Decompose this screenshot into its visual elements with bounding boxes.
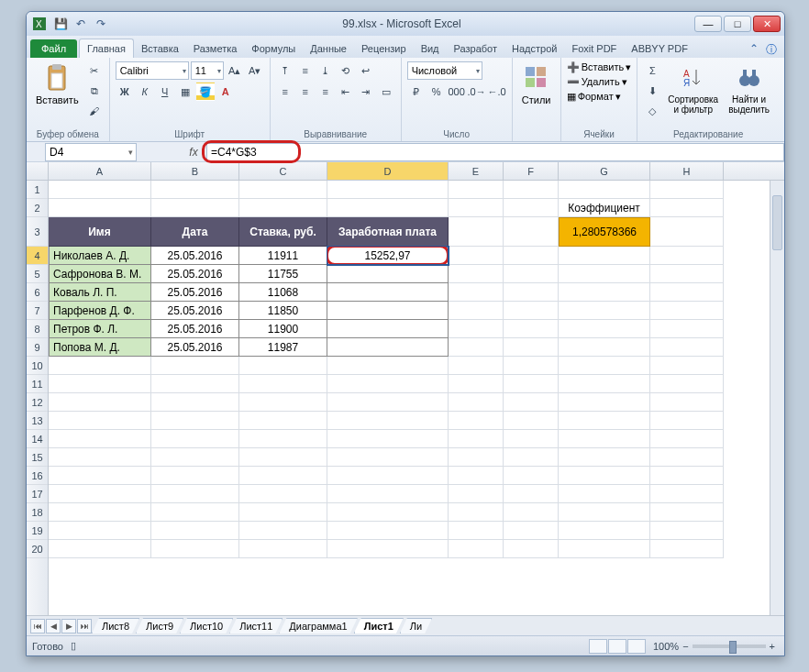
row-header[interactable]: 13 [27, 412, 48, 430]
styles-button[interactable]: Стили [518, 61, 555, 107]
col-header-h[interactable]: H [650, 162, 724, 180]
tab-review[interactable]: Рецензир [354, 39, 414, 58]
decrease-decimal-icon[interactable]: ←.0 [488, 83, 506, 101]
sheet-nav-prev-icon[interactable]: ◀ [46, 619, 61, 633]
cells-area[interactable]: Коэффициент Имя Дата Ставка, руб. Зарабо… [49, 181, 784, 615]
format-painter-icon[interactable]: 🖌 [85, 102, 104, 120]
italic-button[interactable]: К [136, 83, 154, 101]
cell-salary[interactable] [327, 320, 449, 338]
col-header-f[interactable]: F [504, 162, 559, 180]
formula-bar[interactable]: =C4*G$3 [206, 143, 784, 161]
sheet-tab[interactable]: Лист8 [92, 618, 139, 633]
cell-rate[interactable]: 11068 [239, 283, 327, 302]
tab-data[interactable]: Данные [303, 39, 354, 58]
font-color-icon[interactable]: A [216, 83, 235, 101]
border-icon[interactable]: ▦ [176, 83, 194, 101]
cell-date[interactable]: 25.05.2016 [151, 283, 239, 302]
percent-icon[interactable]: % [427, 83, 446, 101]
row-header[interactable]: 17 [27, 485, 48, 503]
tab-home[interactable]: Главная [79, 39, 134, 58]
cell-date[interactable]: 25.05.2016 [151, 338, 239, 357]
cell-name[interactable]: Сафронова В. М. [49, 265, 151, 283]
save-icon[interactable]: 💾 [52, 16, 69, 32]
col-header-c[interactable]: C [239, 162, 327, 180]
row-header[interactable]: 16 [27, 467, 48, 485]
comma-icon[interactable]: 000 [448, 83, 466, 101]
row-header[interactable]: 12 [27, 393, 48, 412]
sheet-tab[interactable]: Лист11 [229, 618, 283, 633]
cell-salary[interactable]: 15252,97 [327, 247, 449, 265]
wrap-text-icon[interactable]: ↩ [357, 61, 375, 80]
row-header[interactable]: 9 [27, 338, 48, 357]
delete-cells-button[interactable]: ➖Удалить ▾ [567, 76, 627, 88]
find-select-button[interactable]: Найти и выделить [725, 61, 773, 116]
paste-button[interactable]: Вставить [32, 61, 83, 107]
zoom-slider[interactable] [693, 644, 766, 648]
col-header-d[interactable]: D [327, 162, 449, 180]
align-left-icon[interactable]: ≡ [276, 83, 294, 101]
cell-name[interactable]: Петров Ф. Л. [49, 320, 151, 338]
clear-icon[interactable]: ◇ [643, 102, 661, 120]
zoom-in-icon[interactable]: + [770, 641, 775, 652]
insert-cells-button[interactable]: ➕Вставить ▾ [567, 61, 632, 73]
col-header-a[interactable]: A [49, 162, 151, 180]
coef-value-cell[interactable]: 1,280578366 [559, 217, 650, 247]
row-header[interactable]: 6 [27, 283, 48, 302]
row-header[interactable]: 2 [27, 199, 48, 217]
copy-icon[interactable]: ⧉ [85, 82, 104, 100]
close-button[interactable]: ✕ [753, 16, 781, 32]
row-header[interactable]: 7 [27, 302, 48, 320]
cell-salary[interactable] [327, 265, 449, 283]
row-header[interactable]: 15 [27, 448, 48, 467]
underline-button[interactable]: Ч [156, 83, 174, 101]
cell-date[interactable]: 25.05.2016 [151, 320, 239, 338]
header-name[interactable]: Имя [49, 217, 151, 247]
tab-abbyy[interactable]: ABBYY PDF [624, 39, 695, 58]
row-header[interactable]: 5 [27, 265, 48, 283]
align-top-icon[interactable]: ⤒ [276, 61, 294, 80]
sheet-nav-last-icon[interactable]: ⏭ [77, 619, 92, 633]
cell-date[interactable]: 25.05.2016 [151, 265, 239, 283]
cell-salary[interactable] [327, 338, 449, 357]
row-header[interactable]: 18 [27, 503, 48, 522]
fill-icon[interactable]: ⬇ [643, 82, 661, 100]
sheet-nav-first-icon[interactable]: ⏮ [30, 619, 45, 633]
fx-icon[interactable]: fx [181, 146, 206, 159]
minimize-ribbon-icon[interactable]: ⌃ [749, 42, 759, 58]
row-header[interactable]: 10 [27, 357, 48, 375]
cell-salary[interactable] [327, 283, 449, 302]
tab-formulas[interactable]: Формулы [244, 39, 303, 58]
col-header-g[interactable]: G [559, 162, 650, 180]
format-cells-button[interactable]: ▦Формат ▾ [567, 91, 621, 103]
row-header[interactable]: 19 [27, 522, 48, 540]
fill-color-icon[interactable]: 🪣 [196, 83, 215, 101]
col-header-e[interactable]: E [449, 162, 504, 180]
sheet-nav-next-icon[interactable]: ▶ [61, 619, 76, 633]
cut-icon[interactable]: ✂ [85, 61, 104, 80]
cell-name[interactable]: Николаев А. Д. [49, 247, 151, 265]
shrink-font-icon[interactable]: A▾ [246, 61, 264, 80]
merge-icon[interactable]: ▭ [377, 83, 395, 101]
cell-name[interactable]: Парфенов Д. Ф. [49, 302, 151, 320]
cell-name[interactable]: Коваль Л. П. [49, 283, 151, 302]
row-header[interactable]: 14 [27, 430, 48, 448]
align-center-icon[interactable]: ≡ [296, 83, 315, 101]
row-header[interactable]: 4 [27, 247, 48, 265]
cell-rate[interactable]: 11911 [239, 247, 327, 265]
orientation-icon[interactable]: ⟲ [337, 61, 355, 80]
tab-dev[interactable]: Разработ [447, 39, 504, 58]
cell-name[interactable]: Попова М. Д. [49, 338, 151, 357]
increase-decimal-icon[interactable]: .0→ [468, 83, 486, 101]
bold-button[interactable]: Ж [116, 83, 134, 101]
tab-addins[interactable]: Надстрой [504, 39, 564, 58]
select-all-triangle[interactable] [27, 162, 49, 180]
sheet-tab[interactable]: Диаграмма1 [279, 618, 357, 633]
sheet-tab[interactable]: Лист9 [136, 618, 183, 633]
coef-label-cell[interactable]: Коэффициент [559, 199, 650, 217]
cell-rate[interactable]: 11900 [239, 320, 327, 338]
font-name-combo[interactable]: Calibri [116, 61, 189, 80]
page-layout-view-icon[interactable] [608, 639, 626, 654]
col-header-b[interactable]: B [151, 162, 239, 180]
help-icon[interactable]: ⓘ [766, 42, 777, 58]
tab-file[interactable]: Файл [30, 39, 77, 58]
